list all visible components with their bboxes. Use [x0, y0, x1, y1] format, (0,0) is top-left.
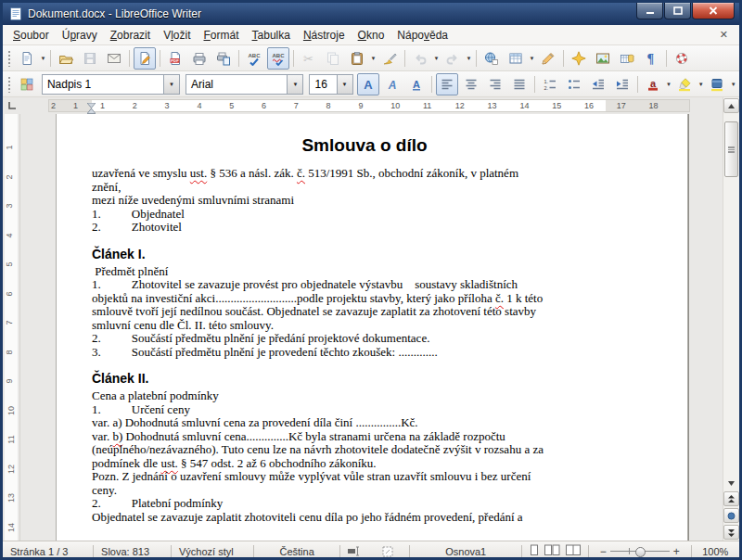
- zoom-slider[interactable]: − +: [589, 541, 691, 560]
- toolbar-separator: [666, 50, 667, 67]
- zoom-out-icon[interactable]: −: [596, 545, 610, 558]
- draw-functions-button[interactable]: [537, 47, 559, 70]
- italic-button[interactable]: A: [381, 73, 403, 95]
- align-center-button[interactable]: [460, 73, 482, 95]
- open-button[interactable]: [55, 47, 77, 70]
- book-view-icon[interactable]: [566, 544, 581, 558]
- decrease-indent-button[interactable]: [587, 73, 609, 95]
- status-word-count[interactable]: Slova: 813: [94, 541, 171, 560]
- vertical-ruler[interactable]: 1234567891011121314: [3, 114, 20, 541]
- gallery-button[interactable]: [592, 47, 614, 70]
- highlighting-button[interactable]: [673, 73, 696, 95]
- formatting-marks-button[interactable]: ¶: [640, 47, 662, 70]
- multi-page-view-icon[interactable]: [544, 544, 560, 558]
- vruler-number: 1: [5, 145, 14, 149]
- menu-format[interactable]: Formát: [198, 27, 246, 44]
- horizontal-ruler[interactable]: 21123456789101112131415161718: [48, 99, 690, 112]
- email-button[interactable]: [103, 47, 125, 70]
- background-color-button[interactable]: [706, 73, 728, 95]
- navigation-button[interactable]: [723, 508, 739, 523]
- font-size-combobox[interactable]: 16▼: [309, 74, 352, 95]
- document-page[interactable]: Smlouva o dílouzavřená ve smyslu ust. § …: [56, 114, 688, 541]
- status-page-style[interactable]: Výchozí styl: [172, 541, 253, 560]
- help-button[interactable]: [671, 47, 693, 70]
- zoom-in-icon[interactable]: +: [670, 545, 684, 558]
- undo-icon: [413, 51, 428, 66]
- text-segment: Předmět plnění: [92, 264, 168, 278]
- font-color-button[interactable]: a: [642, 73, 664, 95]
- highlighting-dropdown-icon[interactable]: ▼: [697, 74, 705, 95]
- single-page-view-icon[interactable]: [530, 544, 539, 558]
- text-segment: Objednatel se zavazuje zaplatit zhotovit…: [92, 510, 523, 524]
- font-size-dropdown-icon[interactable]: ▼: [337, 75, 352, 94]
- menu-help[interactable]: Nápověda: [390, 27, 454, 44]
- font-color-dropdown-icon[interactable]: ▼: [665, 74, 673, 95]
- scrollbar-thumb[interactable]: [724, 121, 738, 177]
- status-page-number[interactable]: Stránka 1 / 3: [3, 541, 93, 560]
- font-color-icon: a: [646, 77, 660, 92]
- print-button[interactable]: [188, 47, 211, 70]
- previous-page-button[interactable]: [723, 491, 739, 506]
- font-name-combobox[interactable]: Arial▼: [186, 74, 304, 95]
- increase-indent-button[interactable]: [611, 73, 633, 95]
- align-left-button[interactable]: [436, 73, 458, 95]
- menu-view[interactable]: Zobrazit: [104, 27, 157, 44]
- toolbar-grip[interactable]: [7, 50, 12, 67]
- align-justify-button[interactable]: [508, 73, 531, 95]
- title-bar[interactable]: Dokument.docx - LibreOffice Writer: [3, 3, 739, 25]
- styles-panel-button[interactable]: [16, 73, 38, 95]
- menu-table[interactable]: Tabulka: [246, 27, 297, 44]
- next-page-button[interactable]: [723, 525, 739, 540]
- toolbar-grip[interactable]: [7, 76, 12, 93]
- paragraph-style-combobox[interactable]: Nadpis 1▼: [42, 74, 180, 95]
- background-color-dropdown-icon[interactable]: ▼: [729, 74, 737, 95]
- menu-file[interactable]: Soubor: [6, 27, 56, 44]
- data-sources-button[interactable]: [616, 47, 638, 70]
- zoom-percentage[interactable]: 100%: [692, 541, 739, 560]
- vertical-scrollbar[interactable]: [723, 97, 739, 541]
- hyperlink-button[interactable]: [480, 47, 503, 70]
- menu-edit[interactable]: Úpravy: [56, 27, 104, 44]
- close-button[interactable]: [692, 3, 735, 19]
- menu-insert[interactable]: Vložit: [157, 27, 197, 44]
- insert-mode-icon[interactable]: [340, 541, 375, 560]
- tab-stop-selector[interactable]: [3, 97, 20, 114]
- underline-button[interactable]: A: [405, 73, 428, 95]
- menu-tools[interactable]: Nástroje: [297, 27, 352, 44]
- navigator-button[interactable]: [568, 47, 590, 70]
- insert-table-dropdown-icon[interactable]: ▼: [528, 48, 536, 69]
- text-segment: smluvní cenu dle Čl. II. této smlouvy.: [92, 318, 274, 332]
- insert-table-icon: [508, 51, 523, 66]
- minimize-button[interactable]: [636, 3, 663, 19]
- paste-dropdown-icon[interactable]: ▼: [369, 48, 377, 69]
- bullet-list-button[interactable]: [563, 73, 585, 95]
- numbered-list-button[interactable]: 1.2.: [539, 73, 561, 95]
- selection-mode-icon[interactable]: [375, 541, 409, 560]
- help-icon: [674, 51, 689, 66]
- bold-button[interactable]: A: [357, 73, 379, 95]
- close-document-icon[interactable]: ✕: [712, 29, 736, 41]
- scroll-down-arrow-icon[interactable]: [724, 477, 738, 490]
- new-document-button[interactable]: [16, 47, 38, 70]
- paragraph-style-dropdown-icon[interactable]: ▼: [163, 75, 179, 94]
- background-color-icon: [710, 77, 724, 92]
- spelling-button[interactable]: ABC: [243, 47, 265, 70]
- paste-button[interactable]: [346, 47, 368, 70]
- align-right-button[interactable]: [484, 73, 506, 95]
- scroll-up-arrow-icon[interactable]: [723, 98, 739, 113]
- edit-file-button[interactable]: [134, 47, 156, 70]
- export-pdf-button[interactable]: PDF: [164, 47, 186, 70]
- maximize-button[interactable]: [664, 3, 691, 19]
- insert-table-button[interactable]: [505, 47, 527, 70]
- zoom-slider-track[interactable]: [610, 546, 670, 556]
- print-preview-button[interactable]: [212, 47, 235, 70]
- zoom-slider-thumb[interactable]: [635, 547, 646, 557]
- font-name-dropdown-icon[interactable]: ▼: [287, 75, 302, 94]
- new-document-dropdown-icon[interactable]: ▼: [39, 48, 47, 69]
- auto-spellcheck-button[interactable]: ABC: [267, 47, 289, 70]
- status-outline-level[interactable]: Osnova1: [410, 541, 521, 560]
- menu-window[interactable]: Okno: [352, 27, 391, 44]
- status-language[interactable]: Čeština: [254, 541, 339, 560]
- toolbar-separator: [404, 50, 405, 67]
- clone-formatting-button[interactable]: [378, 47, 401, 70]
